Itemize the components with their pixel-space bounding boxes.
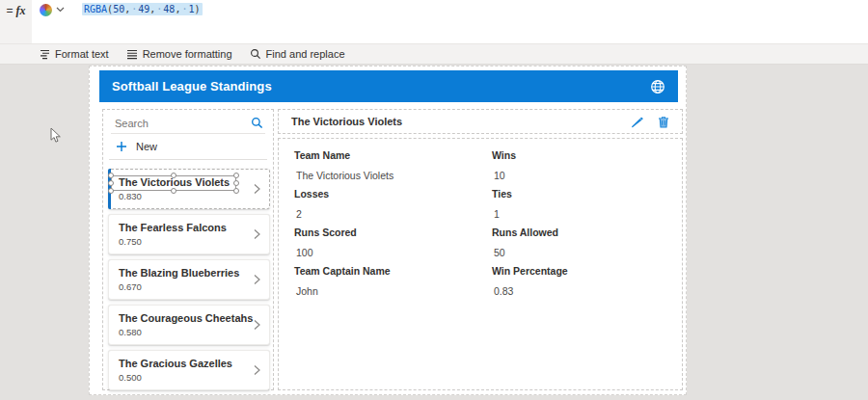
chevron-right-icon[interactable] (254, 275, 260, 285)
plus-icon (116, 141, 127, 152)
list-item[interactable]: The Courageous Cheetahs 0.580 (108, 305, 270, 345)
formula-token: 50 (113, 4, 124, 14)
search-input[interactable] (113, 117, 251, 130)
list-item-title: The Courageous Cheetahs (119, 312, 259, 325)
field-label: Team Name (294, 149, 492, 161)
list-item-value: 0.580 (119, 327, 259, 337)
search-icon[interactable] (251, 117, 263, 129)
detail-actions (631, 116, 669, 128)
remove-formatting-icon (126, 49, 138, 60)
field-label: Team Captain Name (294, 265, 492, 277)
field-value: The Victorious Violets (296, 170, 492, 181)
selection-handle[interactable] (233, 188, 239, 194)
edit-pencil-icon[interactable] (631, 116, 643, 128)
app-canvas: Softball League Standings New (89, 66, 687, 395)
field-value: 0.83 (494, 285, 666, 297)
form-field: Team Captain Name John (294, 265, 492, 304)
remove-formatting-label: Remove formatting (143, 48, 232, 60)
fx-icon: fx (16, 4, 26, 43)
list-item[interactable]: The Victorious Violets 0.830 (108, 169, 270, 209)
format-text-icon (39, 49, 50, 60)
field-label: Ties (492, 188, 666, 200)
formula-toolbar: Format text Remove formatting Find and r… (0, 44, 868, 65)
field-value: 50 (494, 247, 666, 258)
list-item-value: 0.670 (119, 281, 259, 292)
field-label: Win Percentage (492, 265, 666, 277)
chevron-right-icon[interactable] (254, 184, 260, 195)
format-text-label: Format text (55, 48, 109, 60)
selection-handle[interactable] (233, 180, 239, 186)
chevron-right-icon[interactable] (254, 320, 260, 331)
formula-expression[interactable]: RGBA(50,·49,·48,·1) (82, 3, 203, 16)
new-button-label: New (136, 141, 157, 152)
formula-token: ) (194, 4, 200, 14)
form-field: Losses 2 (294, 188, 492, 227)
form-field: Team Name The Victorious Violets (294, 149, 492, 188)
form-field: Wins 10 (492, 149, 666, 188)
form-field: Runs Allowed 50 (492, 227, 666, 265)
field-label: Losses (294, 188, 492, 200)
field-label: Runs Allowed (492, 227, 666, 238)
detail-header: The Victorious Violets (278, 109, 683, 134)
mouse-cursor-icon (50, 127, 62, 144)
list-item-title: The Fearless Falcons (119, 222, 259, 234)
selection-handle[interactable] (108, 173, 114, 178)
detail-title: The Victorious Violets (291, 116, 402, 127)
new-button[interactable]: New (109, 134, 267, 160)
delete-trash-icon[interactable] (658, 116, 669, 128)
field-value: 10 (494, 170, 666, 181)
selection-handle[interactable] (108, 180, 114, 186)
form-field: Win Percentage 0.83 (492, 265, 666, 304)
team-gallery: The Victorious Violets 0.830 (108, 169, 270, 390)
find-and-replace-label: Find and replace (266, 48, 345, 60)
formula-bar: = fx RGBA(50,·49,·48,·1) (0, 0, 868, 44)
list-item[interactable]: The Fearless Falcons 0.750 (108, 214, 270, 254)
power-fx-icon[interactable] (40, 4, 52, 16)
list-item[interactable]: The Gracious Gazelles 0.500 (108, 350, 270, 390)
formula-token: 48 (163, 4, 175, 14)
list-item-title: The Gracious Gazelles (119, 358, 259, 370)
remove-formatting-button[interactable]: Remove formatting (122, 44, 236, 64)
selection-handle[interactable] (171, 173, 176, 178)
chevron-right-icon[interactable] (254, 365, 260, 376)
formula-token: 49 (138, 4, 149, 14)
app-title: Softball League Standings (112, 79, 272, 93)
selection-handle[interactable] (233, 173, 239, 178)
field-value: 100 (296, 247, 492, 258)
list-item-value: 0.750 (119, 236, 259, 247)
form-field: Runs Scored 100 (294, 227, 492, 265)
field-value: 2 (296, 208, 492, 220)
field-value: John (296, 285, 492, 297)
list-item-value: 0.500 (119, 372, 259, 383)
chevron-right-icon[interactable] (254, 229, 260, 240)
selection-box[interactable] (111, 175, 236, 191)
list-item-title: The Blazing Blueberries (119, 267, 259, 280)
detail-form-grid: Team Name The Victorious Violets Wins 10… (294, 149, 666, 304)
find-icon (250, 48, 261, 60)
formula-token: RGBA (84, 4, 107, 14)
format-text-button[interactable]: Format text (35, 44, 113, 64)
search-box (111, 113, 265, 134)
selection-handle[interactable] (171, 188, 176, 194)
detail-form-panel: Team Name The Victorious Violets Wins 10… (278, 138, 683, 390)
field-label: Wins (492, 149, 666, 161)
app-header: Softball League Standings (99, 70, 678, 102)
formula-input[interactable]: RGBA(50,·49,·48,·1) (32, 0, 868, 43)
equals-icon: = (6, 4, 13, 43)
formula-selection: RGBA(50,·49,·48,·1) (82, 3, 203, 15)
chevron-down-icon[interactable] (56, 7, 65, 13)
find-and-replace-button[interactable]: Find and replace (246, 44, 349, 64)
globe-icon[interactable] (650, 79, 665, 94)
formula-gutter: = fx (0, 0, 32, 43)
list-item[interactable]: The Blazing Blueberries 0.670 (108, 259, 270, 300)
field-label: Runs Scored (294, 227, 492, 238)
selection-handle[interactable] (108, 188, 114, 194)
field-value: 1 (494, 208, 666, 220)
form-field: Ties 1 (492, 188, 666, 227)
team-list-panel: New The Victorious Violets (102, 109, 274, 390)
